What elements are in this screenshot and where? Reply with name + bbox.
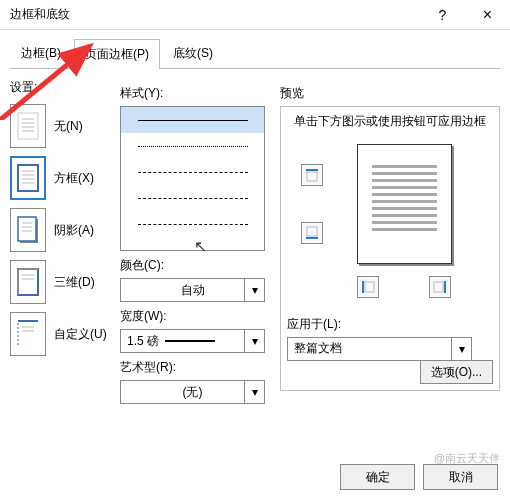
chevron-down-icon: ▾	[451, 338, 471, 360]
svg-rect-24	[307, 172, 317, 181]
color-label: 颜色(C):	[120, 257, 270, 274]
width-select[interactable]: 1.5 磅 ▾	[120, 329, 265, 353]
apply-to-select[interactable]: 整篇文档 ▾	[287, 337, 472, 361]
color-select[interactable]: 自动 ▾	[120, 278, 265, 302]
preview-label: 预览	[280, 85, 500, 102]
edge-bottom-button[interactable]	[301, 222, 323, 244]
settings-label: 设置:	[10, 79, 110, 96]
options-button[interactable]: 选项(O)...	[420, 360, 493, 384]
setting-shadow-label: 阴影(A)	[54, 222, 94, 239]
style-dashed[interactable]	[121, 159, 264, 185]
width-value: 1.5 磅	[127, 333, 159, 350]
style-label: 样式(Y):	[120, 85, 270, 102]
threeD-icon	[10, 260, 46, 304]
tab-strip: 边框(B) 页面边框(P) 底纹(S)	[10, 38, 500, 69]
svg-rect-11	[18, 217, 36, 241]
page-preview[interactable]	[357, 144, 452, 264]
settings-column: 设置: 无(N) 方框(X)	[10, 79, 110, 410]
setting-shadow[interactable]: 阴影(A)	[10, 206, 110, 254]
svg-rect-0	[18, 113, 38, 139]
borders-shading-dialog: 边框和底纹 ? × 边框(B) 页面边框(P) 底纹(S) 设置: 无(N)	[0, 0, 510, 500]
ok-button[interactable]: 确定	[340, 464, 415, 490]
style-column: 样式(Y): 颜色(C): 自动 ▾ 宽度(W): 1.5 磅 ▾ 艺术型(R)…	[120, 79, 270, 410]
setting-custom-label: 自定义(U)	[54, 326, 107, 343]
apply-to-value: 整篇文档	[294, 340, 342, 357]
svg-rect-5	[18, 165, 38, 191]
watermark: @南云天天伴	[434, 451, 500, 466]
width-label: 宽度(W):	[120, 308, 270, 325]
close-button[interactable]: ×	[465, 0, 510, 30]
edge-right-button[interactable]	[429, 276, 451, 298]
box-icon	[10, 156, 46, 200]
svg-rect-15	[18, 269, 38, 295]
svg-rect-28	[365, 282, 374, 292]
cancel-button[interactable]: 取消	[423, 464, 498, 490]
setting-custom[interactable]: 自定义(U)	[10, 310, 110, 358]
preview-column: 预览 单击下方图示或使用按钮可应用边框	[280, 79, 500, 410]
svg-rect-25	[307, 227, 317, 236]
preview-box: 单击下方图示或使用按钮可应用边框	[280, 106, 500, 391]
color-value: 自动	[181, 282, 205, 299]
style-solid[interactable]	[121, 107, 264, 133]
style-listbox[interactable]	[120, 106, 265, 251]
shadow-icon	[10, 208, 46, 252]
style-dashdot[interactable]	[121, 211, 264, 237]
none-icon	[10, 104, 46, 148]
setting-3d[interactable]: 三维(D)	[10, 258, 110, 306]
art-label: 艺术型(R):	[120, 359, 270, 376]
apply-to-group: 应用于(L): 整篇文档 ▾	[287, 316, 493, 361]
style-dashed2[interactable]	[121, 185, 264, 211]
titlebar: 边框和底纹 ? ×	[0, 0, 510, 30]
tab-shading[interactable]: 底纹(S)	[162, 38, 224, 68]
chevron-down-icon: ▾	[244, 381, 264, 403]
setting-none-label: 无(N)	[54, 118, 83, 135]
tab-borders[interactable]: 边框(B)	[10, 38, 72, 68]
custom-icon	[10, 312, 46, 356]
dialog-footer: 确定 取消	[340, 464, 498, 490]
art-value: (无)	[183, 384, 203, 401]
preview-stage	[287, 144, 493, 274]
setting-3d-label: 三维(D)	[54, 274, 95, 291]
setting-box[interactable]: 方框(X)	[10, 154, 110, 202]
style-dotted[interactable]	[121, 133, 264, 159]
edge-top-button[interactable]	[301, 164, 323, 186]
width-line-icon	[165, 340, 215, 342]
preview-hint: 单击下方图示或使用按钮可应用边框	[287, 113, 493, 130]
tab-page-border[interactable]: 页面边框(P)	[74, 39, 160, 69]
setting-box-label: 方框(X)	[54, 170, 94, 187]
dialog-title: 边框和底纹	[10, 6, 420, 23]
svg-rect-29	[434, 282, 443, 292]
setting-none[interactable]: 无(N)	[10, 102, 110, 150]
edge-left-button[interactable]	[357, 276, 379, 298]
apply-to-label: 应用于(L):	[287, 316, 493, 333]
chevron-down-icon: ▾	[244, 330, 264, 352]
help-button[interactable]: ?	[420, 0, 465, 30]
art-select[interactable]: (无) ▾	[120, 380, 265, 404]
chevron-down-icon: ▾	[244, 279, 264, 301]
